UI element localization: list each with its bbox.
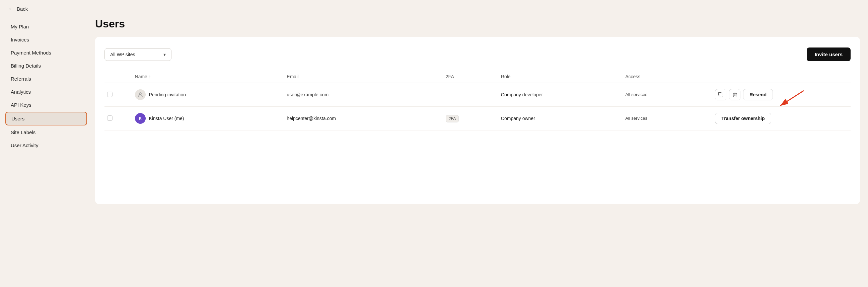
delete-button[interactable]: [729, 89, 740, 100]
resend-button[interactable]: Resend: [743, 89, 773, 100]
dropdown-value: All WP sites: [110, 52, 135, 57]
sidebar-item-site-labels[interactable]: Site Labels: [5, 126, 87, 139]
back-arrow-icon[interactable]: ←: [8, 5, 14, 12]
copy-button[interactable]: [715, 89, 726, 100]
sidebar-item-invoices[interactable]: Invoices: [5, 33, 87, 46]
row-checkbox[interactable]: [107, 115, 113, 121]
svg-point-2: [139, 93, 141, 95]
sidebar-item-referrals[interactable]: Referrals: [5, 73, 87, 85]
toolbar: All WP sites ▾ Invite users: [104, 47, 850, 61]
twofa-badge: 2FA: [446, 115, 459, 122]
user-access: All services: [625, 92, 647, 97]
sidebar: My PlanInvoicesPayment MethodsBilling De…: [0, 18, 87, 287]
col-header-checkbox: [104, 71, 132, 83]
col-header-email: Email: [284, 71, 443, 83]
users-table-wrapper: Name ↑ Email 2FA Role Access Pending inv…: [104, 71, 850, 131]
user-name: Kinsta User (me): [149, 116, 184, 121]
content-card: All WP sites ▾ Invite users: [95, 37, 860, 204]
table-row: KKinsta User (me)helpcenter@kinsta.com2F…: [104, 107, 850, 131]
back-button[interactable]: Back: [17, 6, 28, 12]
user-access: All services: [625, 116, 647, 121]
chevron-down-icon: ▾: [163, 52, 166, 57]
actions-cell: Resend: [715, 89, 848, 100]
user-email: helpcenter@kinsta.com: [284, 107, 443, 131]
users-table: Name ↑ Email 2FA Role Access Pending inv…: [104, 71, 850, 131]
user-role: Company developer: [498, 83, 623, 107]
avatar-pending: [135, 89, 146, 100]
sidebar-item-analytics[interactable]: Analytics: [5, 86, 87, 98]
col-header-access: Access: [623, 71, 712, 83]
col-header-name: Name ↑: [132, 71, 284, 83]
main-content: Users All WP sites ▾ Invite users: [87, 18, 868, 287]
sidebar-item-my-plan[interactable]: My Plan: [5, 21, 87, 33]
col-header-actions: [712, 71, 850, 83]
user-email: user@example.com: [284, 83, 443, 107]
sidebar-item-payment-methods[interactable]: Payment Methods: [5, 46, 87, 59]
avatar-kinsta: K: [135, 113, 146, 124]
sidebar-item-users[interactable]: Users: [5, 112, 87, 125]
table-row: Pending invitationuser@example.comCompan…: [104, 83, 850, 107]
page-title: Users: [95, 18, 860, 30]
row-checkbox[interactable]: [107, 92, 113, 97]
svg-rect-3: [720, 94, 723, 97]
sidebar-item-api-keys[interactable]: API Keys: [5, 99, 87, 111]
col-header-role: Role: [498, 71, 623, 83]
sidebar-item-billing-details[interactable]: Billing Details: [5, 60, 87, 72]
site-filter-dropdown[interactable]: All WP sites ▾: [104, 48, 172, 61]
user-role: Company owner: [498, 107, 623, 131]
actions-cell: Transfer ownership: [715, 113, 848, 124]
sidebar-item-user-activity[interactable]: User Activity: [5, 139, 87, 151]
user-name: Pending invitation: [149, 92, 186, 97]
invite-users-button[interactable]: Invite users: [807, 47, 850, 61]
transfer-ownership-button[interactable]: Transfer ownership: [715, 113, 771, 124]
col-header-2fa: 2FA: [443, 71, 498, 83]
